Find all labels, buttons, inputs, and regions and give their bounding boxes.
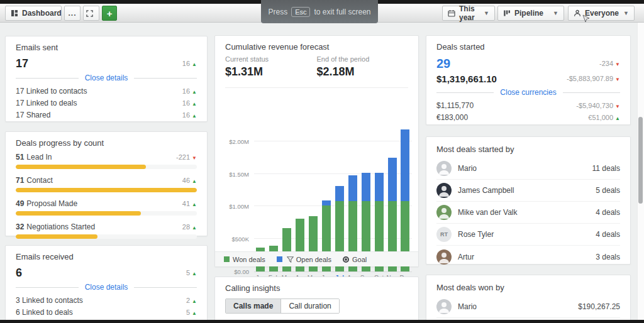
person-row[interactable]: RT Rose Tyler 4 deals — [436, 224, 620, 246]
calling-insights-card: Calling insights Calls made Call duratio… — [214, 276, 419, 323]
bar-may[interactable] — [308, 125, 318, 271]
card-title: Emails sent — [16, 43, 197, 52]
close-details-link[interactable]: Close details — [85, 283, 128, 292]
stat-row: 3 Linked to contacts 2▲ — [16, 294, 197, 306]
bar-sep[interactable] — [361, 125, 371, 271]
bar-apr[interactable] — [295, 125, 305, 271]
currency-row-eur: €183,000 €51,000▲ — [436, 111, 620, 123]
bar-jan[interactable] — [255, 125, 265, 271]
mouse-cursor — [582, 14, 590, 26]
bar-mar[interactable] — [282, 125, 292, 271]
bar-jun[interactable] — [321, 125, 331, 271]
chevron-down-icon: ▼ — [623, 10, 629, 16]
goal-icon — [343, 256, 349, 263]
avatar — [436, 205, 452, 220]
ellipsis-icon: ... — [69, 9, 77, 18]
emails-received-value: 6 — [16, 266, 22, 280]
calendar-icon — [448, 9, 459, 17]
emails-received-delta: 5▲ — [186, 269, 197, 276]
exit-fullscreen-toast: Press Esc to exit full screen — [261, 0, 378, 23]
card-title: Most deals started by — [436, 145, 620, 154]
card-title: Cumulative revenue forecast — [225, 42, 408, 52]
bar-jul[interactable] — [335, 125, 345, 271]
avatar — [436, 161, 452, 176]
emails-sent-card: Emails sent 17 16▲ Close details 17 Link… — [5, 36, 208, 122]
tab-calls-made[interactable]: Calls made — [226, 299, 281, 313]
pipeline-filter-button[interactable]: Pipeline ▼ — [497, 6, 564, 21]
deals-started-count: 29 — [436, 57, 450, 71]
end-of-period-stat: End of the period $2.18M — [317, 55, 409, 79]
scrollbar-thumb[interactable] — [638, 117, 643, 204]
emails-sent-value: 17 — [16, 57, 28, 70]
progress-bar — [16, 188, 197, 192]
currency-row-usd: $1,115,770 -$5,940,730▼ — [436, 99, 620, 111]
more-options-button[interactable]: ... — [64, 6, 80, 21]
letterbox-bottom — [0, 320, 644, 323]
bar-dec[interactable] — [400, 125, 410, 271]
progress-bar — [16, 234, 197, 239]
pipeline-icon — [503, 9, 514, 17]
open-deals-swatch — [277, 256, 282, 262]
bar-feb[interactable] — [269, 125, 279, 271]
person-row[interactable]: Artur 3 deals — [436, 246, 620, 268]
stage-row-lead-in: 51Lead In -221▼ — [16, 151, 197, 169]
emails-sent-delta: 16▲ — [182, 60, 197, 67]
legend-open-deals: Open deals — [277, 256, 331, 263]
add-report-button[interactable]: + — [102, 6, 117, 21]
deals-started-card: Deals started 29 -234▼ $1,319,661.10 -$5… — [426, 35, 631, 125]
close-currencies-divider: Close currencies — [436, 86, 620, 99]
bar-aug[interactable] — [348, 125, 358, 271]
deals-progress-card: Deals progress by count 51Lead In -221▼ … — [5, 131, 208, 236]
avatar — [436, 183, 452, 198]
toast-text-press: Press — [268, 8, 287, 16]
fullscreen-icon — [86, 10, 97, 17]
won-deals-swatch — [224, 256, 230, 262]
revenue-chart-plot: $0.00$500K$1.00M$1.50M$2.00M — [254, 125, 412, 272]
stage-row-negotiations-started: 32Negotiations Started 28▲ — [16, 221, 197, 239]
close-details-divider: Close details — [16, 72, 197, 84]
most-deals-won-card: Most deals won by Mario $190,267.25 Jame… — [426, 275, 631, 323]
legend-won-deals: Won deals — [224, 256, 265, 263]
card-title: Deals progress by count — [16, 138, 197, 148]
bar-nov[interactable] — [387, 125, 397, 271]
calling-tabs: Calls made Call duration — [225, 298, 340, 314]
person-row[interactable]: James Campbell 5 deals — [436, 180, 620, 202]
dashboard-label: Dashboard — [22, 9, 62, 18]
close-details-link[interactable]: Close details — [85, 74, 128, 82]
stage-row-contact: 71Contact 46▲ — [16, 175, 197, 192]
user-filter-label: Everyone — [585, 9, 619, 18]
toast-text-rest: to exit full screen — [314, 8, 370, 16]
fullscreen-button[interactable] — [83, 6, 99, 21]
person-row[interactable]: Mario $190,267.25 — [436, 296, 620, 318]
stat-row: 17 Linked to deals 16▲ — [16, 97, 197, 109]
user-filter-button[interactable]: Everyone ▼ — [568, 6, 635, 21]
avatar — [436, 249, 452, 265]
person-row[interactable]: Mike van der Valk 4 deals — [436, 202, 620, 224]
close-details-divider: Close details — [16, 281, 197, 293]
dashboard-menu-button[interactable]: Dashboard ▼ — [5, 6, 62, 21]
esc-key-badge: Esc — [291, 7, 310, 17]
page-scrollbar — [637, 23, 644, 323]
bar-oct[interactable] — [374, 125, 384, 271]
period-filter-button[interactable]: This year ▼ — [442, 6, 495, 21]
person-row[interactable]: Mario 11 deals — [436, 158, 620, 180]
chart-legend: Won deals Open deals Goal — [215, 251, 418, 266]
most-deals-started-card: Most deals started by Mario 11 deals Jam… — [426, 136, 631, 265]
tab-call-duration[interactable]: Call duration — [281, 299, 338, 313]
stat-row: 6 Linked to deals 5▲ — [16, 306, 197, 318]
card-title: Deals started — [436, 42, 620, 52]
deals-started-amount: $1,319,661.10 — [436, 74, 497, 84]
dashboard-grid-icon — [11, 9, 22, 17]
current-status-stat: Current status $1.31M — [225, 55, 317, 79]
revenue-forecast-card: Cumulative revenue forecast Current stat… — [214, 35, 419, 267]
card-title: Calling insights — [225, 283, 408, 293]
plus-icon: + — [107, 8, 113, 19]
close-currencies-link[interactable]: Close currencies — [500, 88, 556, 97]
avatar-initials: RT — [436, 227, 452, 242]
progress-bar — [16, 211, 197, 216]
stat-row: 17 Linked to contacts 16▲ — [16, 85, 197, 97]
period-filter-label: This year — [459, 4, 479, 22]
stage-row-proposal-made: 49Proposal Made 41▲ — [16, 198, 197, 216]
progress-bar — [16, 165, 197, 169]
stat-row: 17 Shared 16▲ — [16, 109, 197, 121]
